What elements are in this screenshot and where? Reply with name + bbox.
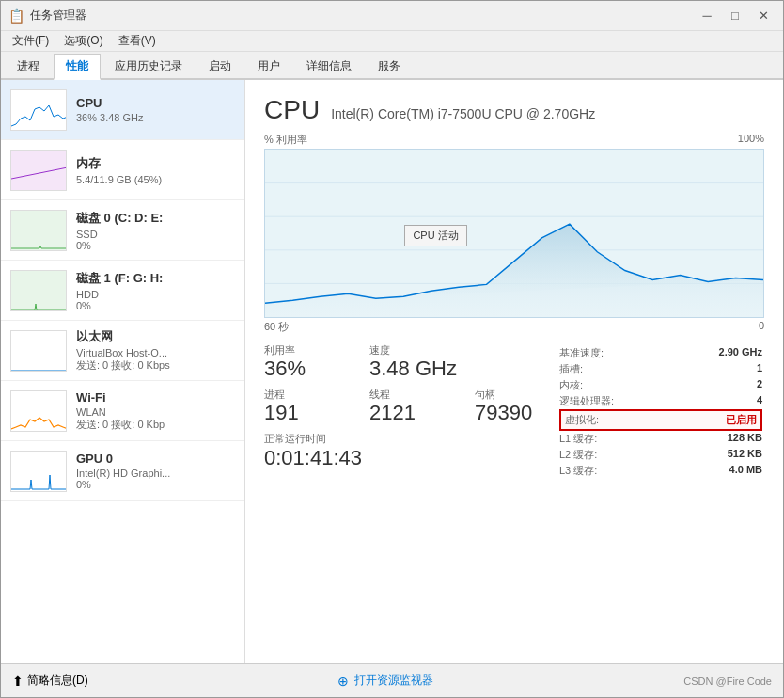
content-area: CPU 36% 3.48 GHz 内存 5.4/11.9 GB (45%) [1, 80, 783, 663]
chart-time-end: 0 [759, 320, 764, 334]
task-manager-window: 📋 任务管理器 ─ □ ✕ 文件(F) 选项(O) 查看(V) 进程 性能 应用… [0, 0, 784, 698]
disk0-sidebar-detail: SSD0% [76, 229, 235, 251]
tab-bar: 进程 性能 应用历史记录 启动 用户 详细信息 服务 [1, 52, 783, 80]
sidebar-item-gpu[interactable]: GPU 0 Intel(R) HD Graphi...0% [1, 441, 244, 501]
stat-processes-value: 191 [264, 402, 339, 424]
spec-table: 基准速度: 2.90 GHz 插槽: 1 内核: 2 逻辑处理器: [557, 343, 764, 481]
sidebar-item-disk1[interactable]: 磁盘 1 (F: G: H: HDD0% [1, 261, 244, 321]
spec-base-speed-key: 基准速度: [559, 346, 604, 360]
main-panel: CPU Intel(R) Core(TM) i7-7500U CPU @ 2.7… [245, 80, 783, 663]
stat-speed: 速度 3.48 GHz [369, 343, 457, 380]
mem-sidebar-detail: 5.4/11.9 GB (45%) [76, 174, 235, 185]
window-title: 任务管理器 [30, 8, 86, 24]
spec-l3-val: 4.0 MB [729, 464, 762, 478]
disk0-thumbnail [10, 210, 67, 251]
disk0-sidebar-name: 磁盘 0 (C: D: E: [76, 210, 235, 227]
stat-uptime-block: 正常运行时间 0:01:41:43 [264, 432, 557, 470]
sidebar-item-memory[interactable]: 内存 5.4/11.9 GB (45%) [1, 140, 244, 200]
stat-utilization-value: 36% [264, 357, 339, 380]
ethernet-sidebar-name: 以太网 [76, 328, 235, 345]
ethernet-sidebar-detail: VirtualBox Host-O...发送: 0 接收: 0 Kbps [76, 347, 235, 373]
spec-virtualization: 虚拟化: 已启用 [559, 409, 762, 431]
spec-base-speed: 基准速度: 2.90 GHz [559, 345, 762, 361]
sidebar-item-disk0[interactable]: 磁盘 0 (C: D: E: SSD0% [1, 200, 244, 261]
main-subtitle: Intel(R) Core(TM) i7-7500U CPU @ 2.70GHz [331, 106, 595, 121]
stat-threads: 线程 2121 [369, 388, 445, 424]
tab-users[interactable]: 用户 [245, 54, 292, 78]
stat-uptime-value: 0:01:41:43 [264, 446, 557, 470]
app-icon: 📋 [8, 8, 24, 24]
tab-details[interactable]: 详细信息 [294, 54, 364, 78]
tab-app-history[interactable]: 应用历史记录 [102, 54, 195, 78]
tab-process[interactable]: 进程 [5, 54, 52, 78]
gpu-sidebar-name: GPU 0 [76, 452, 235, 466]
spec-cores: 内核: 2 [559, 377, 762, 393]
spec-virt-key: 虚拟化: [565, 413, 599, 427]
title-bar: 📋 任务管理器 ─ □ ✕ [1, 1, 783, 31]
spec-sockets-val: 1 [757, 362, 762, 376]
spec-cores-val: 2 [757, 378, 762, 392]
open-resource-monitor[interactable]: ⊕ 打开资源监视器 [337, 673, 433, 689]
cpu-thumbnail [10, 89, 67, 131]
spec-logical-val: 4 [757, 394, 762, 408]
spec-l2-key: L2 缓存: [559, 448, 597, 462]
stats-left: 利用率 36% 速度 3.48 GHz 进程 191 [264, 343, 557, 481]
title-bar-left: 📋 任务管理器 [8, 8, 86, 24]
sidebar-item-cpu[interactable]: CPU 36% 3.48 GHz [1, 80, 244, 140]
stat-handles-label: 句柄 [475, 388, 550, 402]
stat-utilization-label: 利用率 [264, 343, 339, 357]
spec-base-speed-val: 2.90 GHz [719, 346, 762, 360]
title-bar-controls: ─ □ ✕ [695, 7, 776, 25]
specs-panel: 基准速度: 2.90 GHz 插槽: 1 内核: 2 逻辑处理器: [557, 343, 764, 481]
chart-label-row: % 利用率 100% [264, 133, 764, 147]
menu-file[interactable]: 文件(F) [5, 31, 56, 51]
disk1-sidebar-info: 磁盘 1 (F: G: H: HDD0% [76, 270, 235, 311]
tab-services[interactable]: 服务 [366, 54, 413, 78]
sidebar-item-wifi[interactable]: Wi-Fi WLAN发送: 0 接收: 0 Kbp [1, 381, 244, 441]
sidebar-item-ethernet[interactable]: 以太网 VirtualBox Host-O...发送: 0 接收: 0 Kbps [1, 321, 244, 381]
tab-startup[interactable]: 启动 [196, 54, 243, 78]
mem-sidebar-info: 内存 5.4/11.9 GB (45%) [76, 155, 235, 185]
stat-row-2: 进程 191 线程 2121 句柄 79390 [264, 388, 557, 424]
main-title: CPU [264, 95, 320, 125]
cpu-sidebar-detail: 36% 3.48 GHz [76, 112, 235, 123]
tab-performance[interactable]: 性能 [54, 54, 101, 80]
summary-info[interactable]: ⬆ 简略信息(D) [12, 673, 88, 689]
summary-label[interactable]: 简略信息(D) [27, 673, 88, 689]
cpu-sidebar-info: CPU 36% 3.48 GHz [76, 96, 235, 123]
gpu-thumbnail [10, 451, 67, 492]
spec-sockets: 插槽: 1 [559, 361, 762, 377]
main-header: CPU Intel(R) Core(TM) i7-7500U CPU @ 2.7… [264, 95, 764, 125]
chart-y-label: % 利用率 [264, 133, 307, 147]
close-button[interactable]: ✕ [751, 7, 776, 25]
spec-l2: L2 缓存: 512 KB [559, 447, 762, 463]
open-monitor-label[interactable]: 打开资源监视器 [354, 673, 433, 689]
monitor-icon: ⊕ [337, 674, 349, 689]
spec-logical: 逻辑处理器: 4 [559, 393, 762, 409]
sidebar: CPU 36% 3.48 GHz 内存 5.4/11.9 GB (45%) [1, 80, 245, 663]
menu-view[interactable]: 查看(V) [111, 31, 164, 51]
stat-speed-value: 3.48 GHz [369, 357, 457, 380]
stat-processes-label: 进程 [264, 388, 339, 402]
spec-cores-key: 内核: [559, 378, 583, 392]
gpu-sidebar-detail: Intel(R) HD Graphi...0% [76, 468, 235, 490]
stat-row-1: 利用率 36% 速度 3.48 GHz [264, 343, 557, 380]
svg-marker-10 [265, 224, 763, 317]
minimize-button[interactable]: ─ [695, 7, 719, 25]
wifi-sidebar-name: Wi-Fi [76, 390, 235, 405]
ethernet-thumbnail [10, 330, 67, 372]
ethernet-sidebar-info: 以太网 VirtualBox Host-O...发送: 0 接收: 0 Kbps [76, 328, 235, 373]
svg-rect-1 [11, 211, 67, 251]
maximize-button[interactable]: □ [723, 7, 747, 25]
stat-handles-value: 79390 [475, 402, 550, 424]
disk1-sidebar-detail: HDD0% [76, 289, 235, 311]
spec-l1-val: 128 KB [728, 432, 762, 446]
stat-handles: 句柄 79390 [475, 388, 550, 424]
mem-thumbnail [10, 150, 67, 191]
gpu-sidebar-info: GPU 0 Intel(R) HD Graphi...0% [76, 452, 235, 490]
chevron-up-icon: ⬆ [12, 674, 24, 689]
menu-bar: 文件(F) 选项(O) 查看(V) [1, 31, 783, 52]
menu-options[interactable]: 选项(O) [56, 31, 110, 51]
svg-rect-2 [11, 271, 67, 311]
cpu-sidebar-name: CPU [76, 96, 235, 110]
